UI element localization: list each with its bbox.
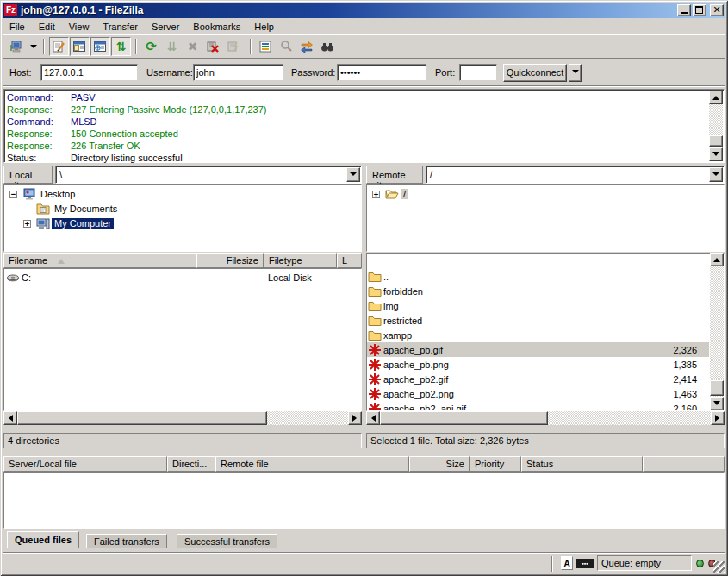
speed-limit-indicator-icon[interactable]: ▪▪▪ bbox=[576, 559, 594, 568]
file-row[interactable]: .. bbox=[367, 269, 709, 284]
tree-item-my-computer[interactable]: + My Computer bbox=[23, 216, 114, 230]
site-manager-dropdown-button[interactable] bbox=[28, 37, 39, 56]
column-header-filename[interactable]: Filename bbox=[3, 253, 196, 268]
binoculars-icon bbox=[320, 40, 334, 53]
scroll-thumb[interactable] bbox=[709, 135, 723, 147]
local-site-dropdown-button[interactable] bbox=[346, 167, 360, 182]
column-header-filetype[interactable]: Filetype bbox=[264, 253, 337, 268]
scroll-thumb[interactable] bbox=[17, 411, 267, 425]
file-row[interactable]: apache_pb.png 1,385 bbox=[367, 357, 709, 372]
message-log[interactable]: Command:PASV Response:227 Entering Passi… bbox=[3, 89, 725, 163]
port-input[interactable] bbox=[460, 65, 496, 80]
file-row[interactable]: img bbox=[367, 298, 709, 313]
menu-edit[interactable]: Edit bbox=[32, 19, 62, 34]
remote-site-label: Remote site: bbox=[366, 166, 423, 184]
local-tree-pane[interactable]: − Desktop My Documents + My Computer bbox=[3, 184, 362, 252]
log-vertical-scrollbar[interactable] bbox=[709, 91, 723, 161]
maximize-button[interactable] bbox=[693, 4, 706, 16]
directory-listing-filters-button[interactable] bbox=[256, 37, 276, 56]
remote-site-dropdown-button[interactable] bbox=[709, 167, 723, 182]
scroll-thumb[interactable] bbox=[380, 411, 548, 425]
scroll-right-button[interactable] bbox=[711, 411, 725, 425]
reconnect-button[interactable] bbox=[224, 37, 244, 56]
queue-column-server-local-file[interactable]: Server/Local file bbox=[3, 456, 167, 472]
scroll-down-button[interactable] bbox=[710, 397, 724, 410]
minimize-button[interactable] bbox=[677, 4, 691, 16]
remote-tree-pane[interactable]: + / bbox=[366, 184, 725, 252]
toggle-remote-tree-button[interactable] bbox=[90, 37, 110, 56]
file-row[interactable]: apache_pb2.gif 2,414 bbox=[367, 372, 709, 386]
find-files-button[interactable] bbox=[318, 37, 338, 56]
tab-successful-transfers[interactable]: Successful transfers bbox=[177, 534, 277, 548]
scroll-right-button[interactable] bbox=[348, 411, 362, 425]
local-file-list-body[interactable]: C: Local Disk bbox=[3, 268, 362, 411]
local-tree-icon bbox=[72, 40, 86, 53]
close-button[interactable]: ✕ bbox=[710, 4, 724, 16]
toggle-local-tree-button[interactable] bbox=[70, 37, 90, 56]
menu-view[interactable]: View bbox=[62, 19, 96, 34]
scroll-thumb[interactable] bbox=[710, 380, 724, 396]
scroll-left-button[interactable] bbox=[3, 411, 17, 425]
file-row[interactable]: restricted bbox=[367, 313, 709, 328]
tree-item-my-documents[interactable]: My Documents bbox=[35, 202, 120, 216]
status-bar: A ▪▪▪ Queue: empty bbox=[3, 552, 725, 573]
cancel-operation-button[interactable]: ✖ bbox=[183, 37, 202, 56]
queue-column-direction[interactable]: Directi... bbox=[167, 456, 215, 472]
remote-vertical-scrollbar[interactable] bbox=[710, 253, 724, 410]
queue-column-priority[interactable]: Priority bbox=[470, 456, 521, 472]
toggle-message-log-button[interactable] bbox=[49, 37, 69, 56]
scroll-left-button[interactable] bbox=[366, 411, 380, 425]
remote-horizontal-scrollbar[interactable] bbox=[366, 411, 725, 425]
collapse-icon[interactable]: − bbox=[9, 191, 17, 198]
menu-transfer[interactable]: Transfer bbox=[96, 19, 145, 34]
open-site-manager-button[interactable] bbox=[7, 37, 27, 56]
synchronized-browsing-button[interactable] bbox=[297, 37, 317, 56]
tree-item-desktop[interactable]: − Desktop bbox=[9, 187, 78, 201]
remote-tree-icon bbox=[93, 40, 107, 53]
queue-column-empty[interactable] bbox=[643, 456, 725, 472]
tree-item-label: My Computer bbox=[52, 218, 114, 229]
title-bar[interactable]: Fz john@127.0.0.1 - FileZilla ✕ bbox=[3, 3, 725, 18]
queue-column-status[interactable]: Status bbox=[521, 456, 643, 472]
file-row-c-drive[interactable]: C: Local Disk bbox=[5, 270, 362, 285]
queue-column-size[interactable]: Size bbox=[409, 456, 470, 472]
menu-server[interactable]: Server bbox=[145, 19, 186, 34]
expand-icon[interactable]: + bbox=[23, 220, 31, 228]
process-queue-button[interactable]: ⇊ bbox=[162, 37, 182, 56]
quickconnect-button[interactable]: Quickconnect bbox=[503, 64, 567, 82]
resize-grip[interactable] bbox=[713, 561, 725, 573]
queue-column-remote-file[interactable]: Remote file bbox=[215, 456, 409, 472]
remote-file-list-body[interactable]: .. forbidden img restricted xampp apache… bbox=[367, 269, 709, 410]
remote-site-combo[interactable]: / bbox=[426, 166, 725, 184]
queue-body[interactable] bbox=[3, 472, 725, 529]
tab-failed-transfers[interactable]: Failed transfers bbox=[86, 534, 167, 548]
scroll-down-button[interactable] bbox=[709, 147, 723, 161]
local-site-combo[interactable]: \ bbox=[55, 166, 362, 184]
column-header-filesize[interactable]: Filesize bbox=[196, 253, 264, 268]
password-input[interactable] bbox=[338, 65, 426, 80]
file-row-selected[interactable]: apache_pb.gif 2,326 bbox=[367, 342, 709, 357]
disconnect-button[interactable] bbox=[203, 37, 223, 56]
tab-queued-files[interactable]: Queued files bbox=[7, 531, 79, 548]
expand-icon[interactable]: + bbox=[372, 191, 380, 198]
directory-comparison-button[interactable] bbox=[277, 37, 296, 56]
toggle-transfer-queue-button[interactable]: ⇅ bbox=[111, 37, 131, 56]
menu-help[interactable]: Help bbox=[247, 19, 281, 34]
menu-file[interactable]: File bbox=[3, 19, 32, 34]
file-row[interactable]: apache_pb2_ani.gif 2,160 bbox=[367, 401, 709, 410]
file-row[interactable]: apache_pb2.png 1,463 bbox=[367, 386, 709, 401]
refresh-button[interactable]: ⟳ bbox=[141, 37, 161, 56]
scroll-up-button[interactable] bbox=[710, 253, 724, 266]
host-input[interactable] bbox=[41, 65, 137, 80]
username-input[interactable] bbox=[194, 65, 283, 80]
menu-bookmarks[interactable]: Bookmarks bbox=[186, 19, 247, 34]
file-row[interactable]: xampp bbox=[367, 328, 709, 342]
local-horizontal-scrollbar[interactable] bbox=[3, 411, 362, 425]
log-line-text: 227 Entering Passive Mode (127,0,0,1,17,… bbox=[71, 104, 266, 115]
column-header-lastmodified[interactable]: L bbox=[337, 253, 362, 268]
transfer-type-ascii-icon[interactable]: A bbox=[561, 556, 573, 570]
file-row[interactable]: forbidden bbox=[367, 284, 709, 298]
tree-item-root[interactable]: + / bbox=[372, 187, 408, 201]
scroll-up-button[interactable] bbox=[709, 91, 723, 104]
quickconnect-dropdown-button[interactable] bbox=[569, 64, 582, 82]
